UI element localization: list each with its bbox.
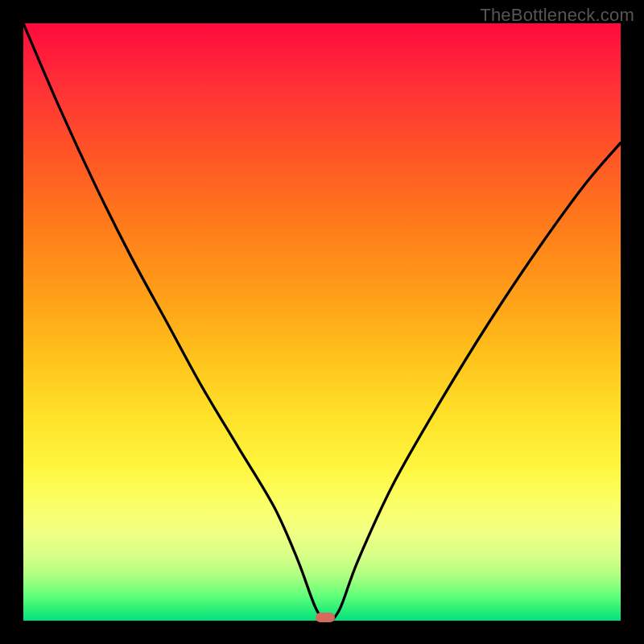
optimal-point-marker (316, 613, 335, 622)
watermark-text: TheBottleneck.com (480, 5, 634, 26)
plot-area (23, 23, 621, 621)
chart-container: TheBottleneck.com (0, 0, 644, 644)
